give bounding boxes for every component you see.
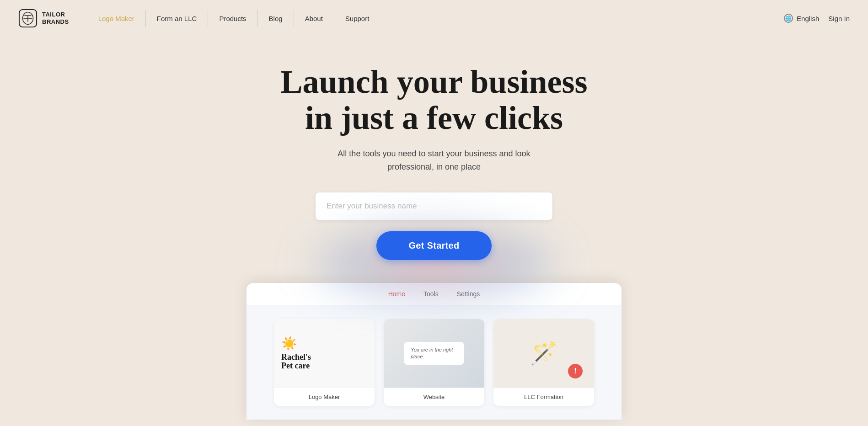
nav-link-logo-maker[interactable]: Logo Maker (87, 10, 146, 27)
dashboard-card-llc[interactable]: 🪄 ! LLC Formation (493, 319, 594, 406)
hero-section: Launch your business in just a few click… (0, 37, 868, 420)
llc-card-image: 🪄 ! (493, 319, 594, 388)
logo-card-illustration: ☀️ Rachel'sPet care (274, 329, 375, 378)
website-sample-text: You are in the right place. (411, 346, 457, 361)
business-name-input[interactable] (315, 192, 553, 220)
nav-link-form-llc[interactable]: Form an LLC (146, 10, 209, 27)
cta-area: Get Started (376, 231, 491, 260)
hero-title: Launch your business in just a few click… (281, 64, 588, 136)
business-name-input-wrapper (315, 192, 553, 220)
logo-maker-card-label: Logo Maker (274, 388, 375, 406)
nav-link-products[interactable]: Products (208, 10, 257, 27)
nav-right-controls: 🌐 English Sign In (784, 14, 850, 23)
nav-link-blog[interactable]: Blog (258, 10, 294, 27)
nav-links-container: Logo Maker Form an LLC Products Blog Abo… (87, 10, 784, 27)
nav-link-about[interactable]: About (294, 10, 334, 27)
hero-subtitle: All the tools you need to start your bus… (320, 147, 548, 174)
language-selector[interactable]: 🌐 English (784, 14, 819, 23)
dashboard-card-website[interactable]: You are in the right place. Website (384, 319, 484, 406)
main-nav: TAILOR BRANDS Logo Maker Form an LLC Pro… (0, 0, 868, 37)
website-card-label: Website (384, 388, 484, 406)
dashboard-card-logo-maker[interactable]: ☀️ Rachel'sPet care Logo Maker (274, 319, 375, 406)
dashboard-cards-container: ☀️ Rachel'sPet care Logo Maker You are i… (246, 305, 622, 420)
stamp-icon: 🪄 (530, 341, 557, 366)
sun-icon: ☀️ (281, 336, 297, 351)
llc-card-illustration: 🪄 ! (493, 319, 594, 388)
logo-maker-card-image: ☀️ Rachel'sPet care (274, 319, 375, 388)
tailor-brands-logo-icon (18, 9, 38, 28)
get-started-button[interactable]: Get Started (376, 231, 491, 260)
website-card-inner-content: You are in the right place. (404, 342, 464, 365)
stamp-badge-icon: ! (568, 364, 583, 378)
language-label: English (797, 15, 819, 22)
sign-in-button[interactable]: Sign In (828, 15, 850, 22)
logo-sample-text: Rachel'sPet care (281, 353, 311, 371)
brand-name: TAILOR BRANDS (42, 11, 69, 25)
website-card-image: You are in the right place. (384, 319, 484, 388)
llc-card-label: LLC Formation (493, 388, 594, 406)
website-card-illustration: You are in the right place. (384, 319, 484, 388)
nav-link-support[interactable]: Support (334, 10, 380, 27)
hero-content: Launch your business in just a few click… (0, 37, 868, 420)
globe-icon: 🌐 (784, 14, 793, 23)
brand-logo[interactable]: TAILOR BRANDS (18, 9, 69, 28)
